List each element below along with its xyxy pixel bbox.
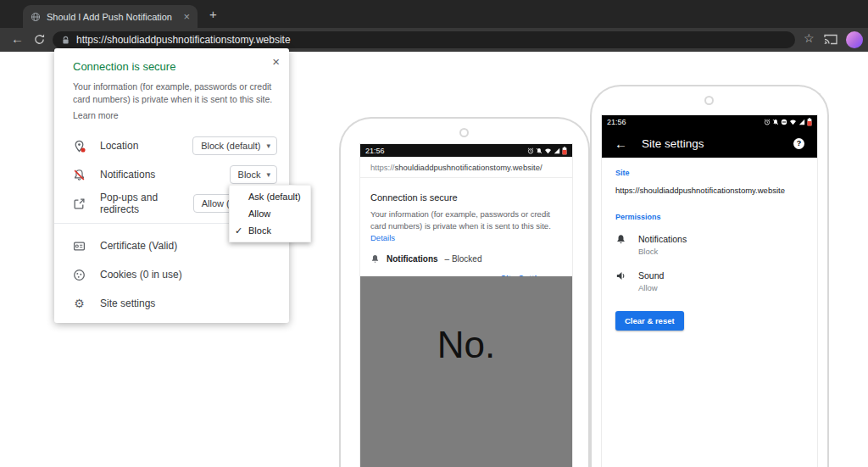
permission-label: Location xyxy=(100,140,192,152)
cookies-label: Cookies (0 in use) xyxy=(100,269,277,281)
browser-tab[interactable]: Should I Add Push Notification × xyxy=(23,5,198,28)
url-host: shouldiaddpushnotificationstomy.website/ xyxy=(395,163,542,172)
phone-camera-dot xyxy=(704,96,714,105)
bookmark-star-icon[interactable]: ☆ xyxy=(804,31,815,45)
section-permissions-label: Permissions xyxy=(615,213,804,221)
notifications-off-icon xyxy=(772,119,779,125)
permission-label: Notifications xyxy=(638,234,687,244)
cookie-icon xyxy=(73,269,86,281)
permission-dropdown-menu: Ask (default) Allow ✓ Block xyxy=(229,185,311,242)
status-bar: 21:56 xyxy=(360,144,572,157)
profile-avatar[interactable] xyxy=(846,31,863,48)
new-tab-button[interactable]: + xyxy=(209,7,217,21)
notifications-blocked-icon xyxy=(73,169,86,181)
notifications-label: Notifications xyxy=(387,254,438,264)
alarm-icon xyxy=(764,119,771,125)
site-settings-label: Site settings xyxy=(100,297,277,309)
app-bar: ← Site settings ? xyxy=(602,129,817,158)
notifications-off-icon xyxy=(536,147,542,154)
permission-label: Notifications xyxy=(100,169,230,181)
location-dropdown-value: Block (default) xyxy=(201,141,260,151)
browser-titlebar: Should I Add Push Notification × + xyxy=(0,0,868,28)
mobile-address-bar[interactable]: https://shouldiaddpushnotificationstomy.… xyxy=(360,157,572,178)
connection-secure-title: Connection is secure xyxy=(73,60,175,73)
tab-close-icon[interactable]: × xyxy=(183,11,190,22)
menu-item-allow[interactable]: Allow xyxy=(230,205,310,222)
clear-reset-button[interactable]: Clear & reset xyxy=(615,311,684,331)
permission-label: Pop-ups and redirects xyxy=(100,192,193,215)
status-time: 21:56 xyxy=(365,147,385,155)
sound-permission-row[interactable]: Sound Allow xyxy=(615,270,804,292)
menu-item-block-label: Block xyxy=(248,225,271,236)
site-info-popup: × Connection is secure Your information … xyxy=(54,48,289,323)
tab-title: Should I Add Push Notification xyxy=(47,12,177,22)
gear-icon: ⚙ xyxy=(73,297,86,310)
back-arrow-icon[interactable]: ← xyxy=(615,136,627,151)
notifications-dropdown-value: Block xyxy=(238,170,261,180)
status-icons xyxy=(527,147,567,155)
permission-label: Sound xyxy=(638,270,664,281)
wifi-icon xyxy=(544,147,552,154)
bell-icon xyxy=(370,254,380,264)
site-settings-content: Site https://shouldiaddpushnotifications… xyxy=(602,169,817,331)
permission-value: Allow xyxy=(638,283,664,292)
bell-icon xyxy=(615,234,626,245)
phone-camera-dot xyxy=(459,128,469,137)
site-settings-row[interactable]: ⚙ Site settings xyxy=(54,289,289,318)
site-url: https://shouldiaddpushnotificationstomy.… xyxy=(615,186,804,195)
do-not-disturb-icon xyxy=(781,119,787,125)
phone-screen: 21:56 ← Site settings ? Site https://sho… xyxy=(602,115,817,467)
battery-icon xyxy=(562,147,567,155)
location-dropdown[interactable]: Block (default) ▾ xyxy=(192,136,277,155)
mobile-site-info-sheet: Connection is secure Your information (f… xyxy=(360,178,572,284)
status-time: 21:56 xyxy=(607,118,626,126)
status-bar: 21:56 xyxy=(602,115,817,129)
certificate-icon xyxy=(73,240,86,253)
secure-body: Your information (for example, passwords… xyxy=(370,209,551,231)
lock-icon xyxy=(61,36,70,45)
signal-icon xyxy=(798,119,805,125)
status-icons xyxy=(764,118,812,126)
menu-item-block[interactable]: ✓ Block xyxy=(230,222,310,239)
reload-icon[interactable] xyxy=(33,33,46,46)
back-button[interactable]: ← xyxy=(11,31,24,46)
url-text: https://shouldiaddpushnotificationstomy.… xyxy=(76,34,291,46)
notifications-status-row: Notifications – Blocked xyxy=(370,254,562,264)
signal-icon xyxy=(554,147,560,154)
popups-redirects-icon xyxy=(73,197,86,210)
menu-item-ask[interactable]: Ask (default) xyxy=(230,188,310,205)
permission-value: Block xyxy=(638,247,687,256)
address-bar[interactable]: https://shouldiaddpushnotificationstomy.… xyxy=(53,31,795,48)
speaker-icon xyxy=(615,270,626,281)
close-icon[interactable]: × xyxy=(272,54,280,69)
page-text: No. xyxy=(360,324,572,366)
secure-title: Connection is secure xyxy=(370,192,562,203)
cookies-row[interactable]: Cookies (0 in use) xyxy=(54,260,289,289)
permission-row-location: Location Block (default) ▾ xyxy=(54,131,289,160)
wifi-icon xyxy=(789,119,797,125)
battery-icon xyxy=(807,118,812,126)
url-scheme: https:// xyxy=(370,163,395,172)
details-link[interactable]: Details xyxy=(370,233,395,242)
alarm-icon xyxy=(527,147,534,154)
connection-secure-body: Your information (for example, passwords… xyxy=(73,81,278,106)
webpage-content: No. xyxy=(360,276,572,467)
help-icon[interactable]: ? xyxy=(793,138,804,149)
cast-icon[interactable] xyxy=(824,34,837,45)
section-site-label: Site xyxy=(615,169,804,177)
check-icon: ✓ xyxy=(235,222,242,239)
notifications-dropdown[interactable]: Block ▾ xyxy=(230,165,277,184)
notifications-permission-row[interactable]: Notifications Block xyxy=(615,234,804,256)
app-bar-title: Site settings xyxy=(642,137,779,150)
notifications-state: – Blocked xyxy=(445,254,482,264)
location-icon xyxy=(73,140,86,153)
phone-mockup-site-info: 21:56 https://shouldiaddpushnotification… xyxy=(339,117,590,467)
globe-favicon-icon xyxy=(31,12,41,22)
secure-body-text: Your information (for example, passwords… xyxy=(370,208,563,243)
phone-mockup-site-settings: 21:56 ← Site settings ? Site https://sho… xyxy=(590,85,829,467)
screenshot-root: Should I Add Push Notification × + ← htt… xyxy=(0,0,868,467)
chevron-down-icon: ▾ xyxy=(266,142,270,150)
chevron-down-icon: ▾ xyxy=(266,170,270,179)
phone-screen: 21:56 https://shouldiaddpushnotification… xyxy=(360,144,572,467)
learn-more-link[interactable]: Learn more xyxy=(73,110,119,120)
